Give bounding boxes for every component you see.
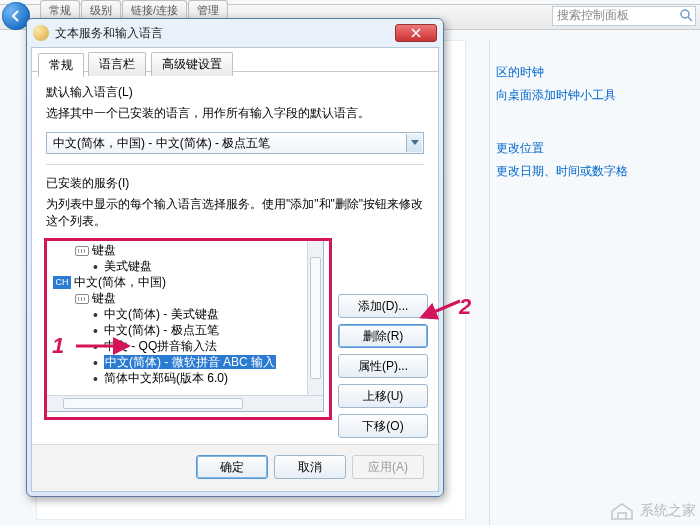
tree-node[interactable]: CH中文(简体，中国) xyxy=(47,274,307,290)
close-icon xyxy=(411,28,421,38)
link-change-date-format[interactable]: 更改日期、时间或数字格 xyxy=(496,163,696,180)
move-up-button[interactable]: 上移(U) xyxy=(338,384,428,408)
input-language-tree[interactable]: 键盘美式键盘CH中文(简体，中国)键盘中文(简体) - 美式键盘中文(简体) -… xyxy=(46,240,324,412)
bg-tab[interactable]: 管理 xyxy=(188,0,228,20)
svg-line-1 xyxy=(688,17,692,21)
annotation-arrow-2-icon xyxy=(418,297,464,321)
installed-label: 已安装的服务(I) xyxy=(46,175,424,192)
search-input[interactable]: 搜索控制面板 xyxy=(552,6,696,26)
tab-language-bar[interactable]: 语言栏 xyxy=(88,52,146,76)
default-language-combo[interactable]: 中文(简体，中国) - 中文(简体) - 极点五笔 xyxy=(46,132,424,154)
tree-node[interactable]: 美式键盘 xyxy=(47,258,307,274)
tree-node-label: 简体中文郑码(版本 6.0) xyxy=(104,371,228,385)
separator xyxy=(46,164,424,165)
cancel-button[interactable]: 取消 xyxy=(274,455,346,479)
link-clock-zone[interactable]: 区的时钟 xyxy=(496,64,696,81)
dialog-button-row: 确定 取消 应用(A) xyxy=(32,444,438,491)
house-icon xyxy=(608,501,636,521)
keyboard-icon xyxy=(75,246,89,256)
watermark-text: 系统之家 xyxy=(640,502,696,520)
default-lang-desc: 选择其中一个已安装的语言，用作所有输入字段的默认语言。 xyxy=(46,105,424,122)
tree-node[interactable]: 键盘 xyxy=(47,242,307,258)
keyboard-icon xyxy=(75,294,89,304)
tree-node-label: 美式键盘 xyxy=(104,259,152,273)
properties-button[interactable]: 属性(P)... xyxy=(338,354,428,378)
search-icon xyxy=(679,8,693,22)
divider xyxy=(489,40,490,525)
tree-node-label: 键盘 xyxy=(92,243,116,257)
ok-button[interactable]: 确定 xyxy=(196,455,268,479)
tab-content: 默认输入语言(L) 选择其中一个已安装的语言，用作所有输入字段的默认语言。 中文… xyxy=(32,72,438,444)
scrollbar-vertical[interactable] xyxy=(307,241,323,395)
watermark: 系统之家 xyxy=(608,501,696,521)
tab-advanced-keys[interactable]: 高级键设置 xyxy=(151,52,233,76)
search-placeholder: 搜索控制面板 xyxy=(557,8,629,22)
tree-node-label: 中文(简体) - 美式键盘 xyxy=(104,307,219,321)
globe-icon xyxy=(33,25,49,41)
bg-tab[interactable]: 常规 xyxy=(40,0,80,20)
apply-button[interactable]: 应用(A) xyxy=(352,455,424,479)
text-services-dialog: 文本服务和输入语言 常规 语言栏 高级键设置 默认输入语言(L) 选择其中一个已… xyxy=(26,18,444,497)
annotation-arrow-1-icon xyxy=(74,336,134,356)
language-badge-icon: CH xyxy=(53,276,71,289)
chevron-down-icon xyxy=(406,134,422,152)
installed-desc: 为列表中显示的每个输入语言选择服务。使用"添加"和"删除"按钮来修改这个列表。 xyxy=(46,196,424,230)
move-down-button[interactable]: 下移(O) xyxy=(338,414,428,438)
bg-tab-row: 常规 级别 链接/连接 管理 xyxy=(40,0,229,20)
bg-tab[interactable]: 链接/连接 xyxy=(122,0,187,20)
remove-button[interactable]: 删除(R) xyxy=(338,324,428,348)
combo-value: 中文(简体，中国) - 中文(简体) - 极点五笔 xyxy=(53,136,270,150)
dialog-title: 文本服务和输入语言 xyxy=(55,25,395,42)
tree-node[interactable]: 中文(简体) - 美式键盘 xyxy=(47,306,307,322)
tree-side-buttons: 添加(D)... 删除(R) 属性(P)... 上移(U) 下移(O) xyxy=(338,240,428,438)
annotation-number-1: 1 xyxy=(52,333,64,359)
add-button[interactable]: 添加(D)... xyxy=(338,294,428,318)
link-add-clock-widget[interactable]: 向桌面添加时钟小工具 xyxy=(496,87,696,104)
close-button[interactable] xyxy=(395,24,437,42)
bg-tab[interactable]: 级别 xyxy=(81,0,121,20)
tab-general[interactable]: 常规 xyxy=(38,53,84,77)
tree-node-label: 中文(简体，中国) xyxy=(74,275,166,289)
tree-node[interactable]: 简体中文郑码(版本 6.0) xyxy=(47,370,307,386)
tree-node-label: 中文(简体) - 微软拼音 ABC 输入 xyxy=(104,355,276,369)
link-change-location[interactable]: 更改位置 xyxy=(496,140,696,157)
tree-node-label: 中文(简体) - 极点五笔 xyxy=(104,323,219,337)
dialog-tabs: 常规 语言栏 高级键设置 xyxy=(32,48,438,72)
arrow-left-icon xyxy=(9,9,23,23)
default-lang-label: 默认输入语言(L) xyxy=(46,84,424,101)
dialog-client: 常规 语言栏 高级键设置 默认输入语言(L) 选择其中一个已安装的语言，用作所有… xyxy=(31,47,439,492)
tree-node[interactable]: 中文(简体) - 微软拼音 ABC 输入 xyxy=(47,354,307,370)
tree-node-label: 键盘 xyxy=(92,291,116,305)
tree-node[interactable]: 键盘 xyxy=(47,290,307,306)
scrollbar-horizontal[interactable] xyxy=(47,395,323,411)
dialog-titlebar[interactable]: 文本服务和输入语言 xyxy=(27,19,443,47)
right-link-panel: 区的时钟 向桌面添加时钟小工具 更改位置 更改日期、时间或数字格 xyxy=(496,58,696,216)
svg-line-3 xyxy=(422,301,460,317)
svg-point-0 xyxy=(681,10,689,18)
